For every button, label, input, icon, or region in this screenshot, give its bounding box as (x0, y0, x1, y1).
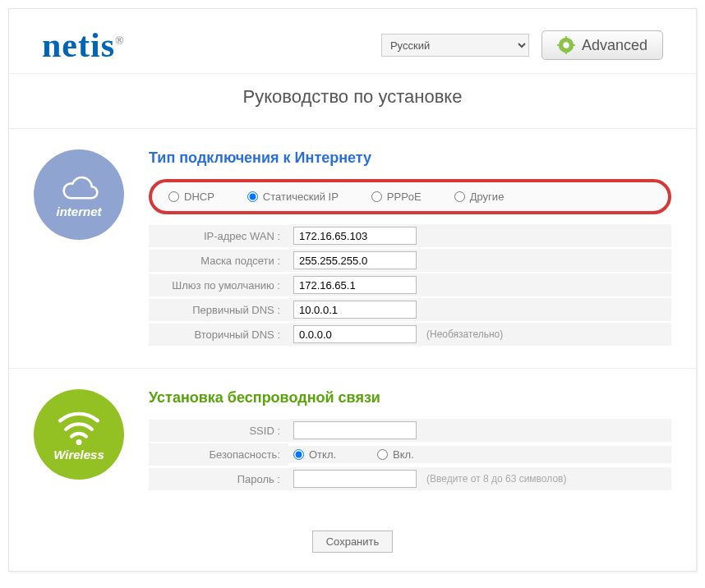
wireless-section-title: Установка беспроводной связи (149, 389, 671, 407)
save-button[interactable]: Сохранить (312, 531, 394, 553)
radio-other[interactable]: Другие (454, 191, 505, 203)
radio-security-off[interactable]: Откл. (293, 448, 336, 461)
security-label: Безопасность: (149, 443, 288, 466)
internet-badge: internet (34, 149, 124, 240)
page-title: Руководство по установке (9, 73, 696, 128)
wifi-icon (56, 408, 102, 448)
dns2-hint: (Необязательно) (426, 328, 503, 340)
dns1-label: Первичный DNS : (149, 299, 288, 321)
ssid-input[interactable] (293, 421, 417, 439)
subnet-input[interactable] (293, 251, 417, 269)
svg-rect-5 (572, 44, 575, 46)
dns2-input[interactable] (293, 325, 417, 343)
password-label: Пароль : (149, 468, 288, 490)
cloud-icon (56, 172, 102, 204)
wan-ip-input[interactable] (293, 227, 417, 245)
subnet-label: Маска подсети : (149, 250, 288, 272)
gateway-label: Шлюз по умолчанию : (149, 274, 288, 296)
dns2-label: Вторичный DNS : (149, 324, 288, 346)
gateway-input[interactable] (293, 276, 417, 294)
advanced-button[interactable]: Advanced (541, 30, 663, 60)
radio-dhcp[interactable]: DHCP (168, 191, 214, 203)
wireless-section: Wireless Установка беспроводной связи SS… (9, 368, 696, 512)
password-input[interactable] (293, 470, 417, 488)
advanced-label: Advanced (582, 37, 647, 54)
svg-point-1 (563, 42, 569, 48)
radio-security-on[interactable]: Вкл. (377, 448, 414, 461)
logo: netis® (42, 25, 124, 65)
password-hint: (Введите от 8 до 63 символов) (426, 473, 566, 485)
gear-icon (557, 36, 575, 54)
radio-pppoe[interactable]: PPPoE (371, 191, 422, 203)
dns1-input[interactable] (293, 301, 417, 319)
language-select[interactable]: Русский (381, 34, 529, 57)
wan-ip-label: IP-адрес WAN : (149, 225, 288, 247)
connection-type-row: DHCP Статический IP PPPoE Другие (149, 179, 671, 214)
svg-rect-3 (565, 51, 567, 54)
internet-section: internet Тип подключения к Интернету DHC… (9, 128, 696, 368)
svg-rect-4 (557, 44, 560, 46)
svg-rect-2 (565, 36, 567, 39)
ssid-label: SSID : (149, 420, 288, 442)
wireless-badge: Wireless (34, 389, 124, 480)
radio-static-ip[interactable]: Статический IP (247, 191, 339, 203)
svg-point-6 (76, 439, 82, 445)
internet-section-title: Тип подключения к Интернету (149, 149, 671, 167)
